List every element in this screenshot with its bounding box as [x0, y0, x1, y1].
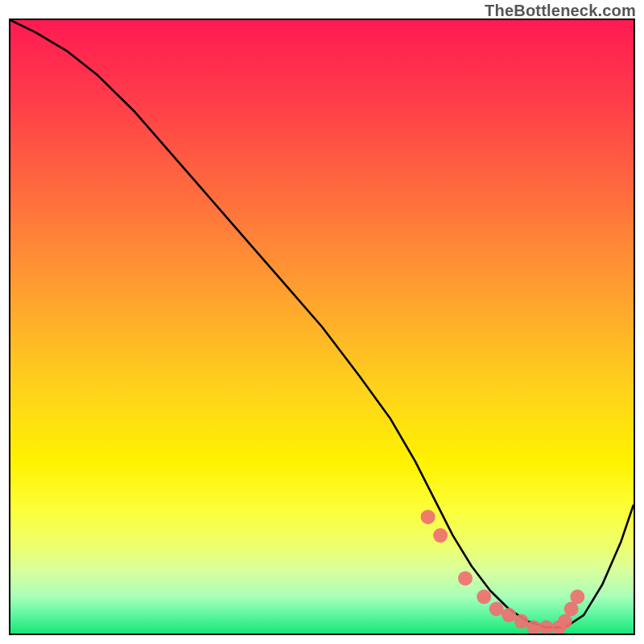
data-dot — [458, 571, 473, 585]
data-dot — [539, 620, 554, 634]
chart-container: TheBottleneck.com — [0, 0, 644, 644]
data-dot — [433, 528, 448, 543]
data-dot — [477, 589, 491, 604]
data-dot — [558, 614, 572, 629]
data-dot — [570, 589, 584, 604]
data-dot — [526, 620, 541, 634]
data-dot — [489, 602, 504, 617]
data-dot — [564, 602, 579, 617]
data-dot — [421, 510, 436, 524]
plot-area — [9, 19, 635, 635]
attribution-label: TheBottleneck.com — [485, 2, 636, 20]
data-dot — [514, 614, 529, 629]
data-dots — [10, 20, 634, 634]
data-dot — [502, 608, 516, 622]
